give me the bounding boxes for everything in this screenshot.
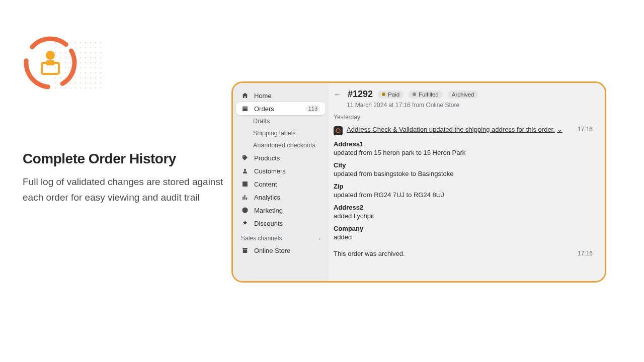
sidebar-item-label: Customers	[254, 167, 320, 175]
status-pill-archived: Archived	[448, 90, 478, 99]
pill-label: Paid	[388, 92, 399, 98]
status-pill-paid: Paid	[378, 90, 404, 99]
order-header: ← #1292 Paid Fulfilled Archived	[334, 89, 593, 100]
sidebar-item-analytics[interactable]: Analytics	[236, 191, 326, 204]
customers-icon	[241, 167, 249, 175]
order-detail-panel: ← #1292 Paid Fulfilled Archived 11 March…	[329, 83, 605, 281]
change-entry: Address2added Lychpit	[334, 204, 593, 220]
change-field-label: Address1	[334, 140, 593, 148]
sidebar-item-content[interactable]: Content	[236, 177, 326, 191]
analytics-icon	[241, 193, 249, 201]
sidebar-item-label: Orders	[254, 105, 300, 113]
order-meta: 11 March 2024 at 17:16 from Online Store	[347, 102, 593, 109]
sidebar-item-customers[interactable]: Customers	[236, 164, 326, 177]
change-entry: Companyadded	[334, 225, 593, 241]
sidebar-sub-abandoned[interactable]: Abandoned checkouts	[236, 139, 326, 151]
pill-label: Fulfilled	[419, 92, 439, 98]
sidebar-item-label: Products	[254, 154, 320, 162]
status-dot-icon	[382, 93, 385, 96]
event-title-text: Address Check & Validation updated the s…	[347, 126, 555, 133]
svg-point-1	[46, 51, 55, 60]
marketing-heading: Complete Order History	[23, 151, 224, 167]
sidebar-item-marketing[interactable]: Marketing	[236, 204, 326, 217]
status-dot-icon	[413, 93, 416, 96]
chevron-down-icon: ⌄	[557, 126, 562, 133]
back-arrow-icon[interactable]: ←	[334, 90, 343, 99]
marketing-icon	[241, 206, 249, 214]
sidebar-item-online-store[interactable]: Online Store	[236, 244, 326, 257]
change-entry: Address1updated from 15 heron park to 15…	[334, 140, 593, 156]
change-list: Address1updated from 15 heron park to 15…	[334, 140, 593, 241]
marketing-block: Complete Order History Full log of valid…	[23, 25, 224, 206]
sidebar-item-orders[interactable]: Orders 113	[236, 102, 326, 115]
archived-row: This order was archived. 17:16	[334, 250, 593, 257]
content-icon	[241, 180, 249, 188]
sidebar-item-label: Discounts	[254, 220, 320, 227]
sidebar-sub-drafts[interactable]: Drafts	[236, 115, 326, 127]
sidebar-item-products[interactable]: Products	[236, 151, 326, 164]
sidebar-section-sales-channels: Sales channels ›	[236, 230, 326, 244]
logo-ring-icon	[23, 35, 78, 90]
change-entry: Zipupdated from RG24 7UJ to RG24 8UJ	[334, 183, 593, 199]
order-id: #1292	[348, 89, 373, 100]
sidebar-item-label: Content	[254, 180, 320, 188]
change-field-label: Address2	[334, 204, 593, 211]
change-field-desc: updated from basingstoke to Basingstoke	[334, 170, 593, 177]
chevron-right-icon[interactable]: ›	[319, 236, 320, 241]
app-icon	[334, 126, 343, 135]
change-field-desc: updated from RG24 7UJ to RG24 8UJ	[334, 191, 593, 199]
change-field-desc: added Lychpit	[334, 212, 593, 220]
pill-label: Archived	[452, 92, 474, 98]
home-icon	[241, 92, 249, 100]
change-field-label: City	[334, 161, 593, 169]
sidebar-item-label: Online Store	[254, 247, 320, 254]
change-field-desc: updated from 15 heron park to 15 Heron P…	[334, 149, 593, 156]
timeline-day-label: Yesterday	[334, 114, 593, 121]
archived-time: 17:16	[578, 250, 593, 257]
sidebar-item-label: Home	[254, 92, 320, 100]
change-entry: Cityupdated from basingstoke to Basingst…	[334, 161, 593, 177]
store-icon	[241, 246, 249, 254]
sidebar-item-home[interactable]: Home	[236, 89, 326, 102]
orders-icon	[241, 105, 249, 113]
logo	[23, 25, 98, 90]
svg-point-4	[336, 129, 340, 133]
change-field-label: Company	[334, 225, 593, 232]
timeline-event: Address Check & Validation updated the s…	[334, 126, 593, 135]
sidebar: Home Orders 113 Drafts Shipping labels A…	[233, 83, 329, 281]
svg-rect-3	[46, 60, 54, 65]
sidebar-item-discounts[interactable]: Discounts	[236, 217, 326, 230]
marketing-sub: Full log of validated changes are stored…	[23, 174, 224, 206]
change-field-desc: added	[334, 233, 593, 241]
archived-text: This order was archived.	[334, 250, 405, 257]
discounts-icon	[241, 219, 249, 227]
products-icon	[241, 154, 249, 162]
screenshot-frame: Home Orders 113 Drafts Shipping labels A…	[231, 81, 606, 283]
orders-count-badge: 113	[305, 105, 320, 112]
sidebar-item-label: Marketing	[254, 207, 320, 214]
timeline-event-time: 17:16	[568, 126, 593, 133]
status-pill-fulfilled: Fulfilled	[409, 90, 443, 99]
change-field-label: Zip	[334, 183, 593, 190]
sidebar-section-label: Sales channels	[241, 235, 282, 242]
sidebar-item-label: Analytics	[254, 194, 320, 201]
sidebar-sub-shipping-labels[interactable]: Shipping labels	[236, 127, 326, 139]
timeline-event-title[interactable]: Address Check & Validation updated the s…	[347, 126, 564, 133]
